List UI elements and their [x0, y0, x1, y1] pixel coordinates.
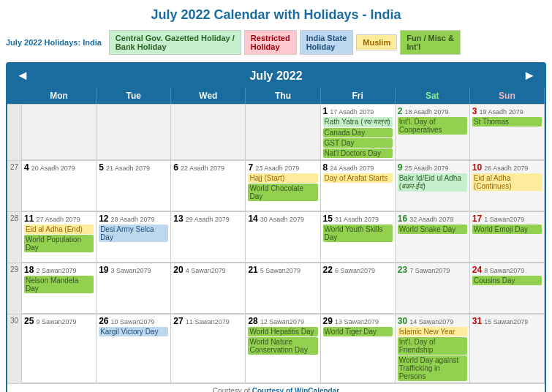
- cell-jul-12: 12 28 Asadh 2079 Desi Army Selca Day: [97, 211, 171, 263]
- legend-bar: July 2022 Holidays: India Central Gov. G…: [0, 27, 552, 58]
- cell-jul-31: 31 15 Sawan2079: [470, 314, 545, 383]
- cell-jul-29: 29 13 Sawan2079 World Tiger Day: [321, 314, 396, 383]
- lunar-16: 32 Asadh 2079: [409, 216, 453, 223]
- header-thu: Thu: [246, 88, 320, 104]
- holiday-islamic-new-year: Islamic New Year: [398, 327, 467, 336]
- header-wed: Wed: [171, 88, 246, 104]
- lunar-8: 24 Asadh 2079: [330, 165, 374, 172]
- day-num-3: 3: [472, 106, 477, 116]
- cell-jul-11: 11 27 Asadh 2079 Eid al Adha (End) World…: [22, 211, 97, 263]
- holiday-world-trafficking: World Day against Trafficking in Persons: [398, 355, 467, 381]
- lunar-3: 19 Asadh 2079: [480, 108, 523, 116]
- day-num-25: 25: [24, 316, 34, 326]
- day-num-8: 8: [323, 162, 328, 173]
- header-sat: Sat: [396, 88, 470, 104]
- holiday-st-thomas: St Thomas: [472, 117, 542, 127]
- day-num-11: 11: [24, 214, 34, 224]
- legend-state: India StateHoliday: [300, 30, 354, 55]
- lunar-13: 29 Asadh 2079: [186, 216, 230, 223]
- day-num-26: 26: [99, 316, 108, 326]
- holiday-world-tiger: World Tiger Day: [323, 327, 393, 336]
- holiday-intl-coop: Int'l. Day of Cooperatives: [398, 117, 467, 135]
- cell-jul-16: 16 32 Asadh 2079 World Snake Day: [396, 211, 470, 263]
- holiday-rath-yatra: Rath Yatra (रथ यात्रा): [323, 117, 393, 127]
- lunar-28: 12 Sawan2079: [260, 318, 304, 325]
- day-num-23: 23: [398, 265, 407, 275]
- lunar-12: 28 Asadh 2079: [111, 216, 155, 223]
- holiday-day-of-arafat: Day of Arafat Starts: [323, 173, 393, 183]
- legend-restricted: RestrictedHoliday: [244, 30, 297, 55]
- lunar-27: 11 Sawan2079: [186, 318, 230, 325]
- day-num-27: 27: [173, 316, 183, 326]
- cell-jul-17: 17 1 Sawan2079 World Emoji Day: [470, 211, 545, 263]
- week-num-27: 27: [7, 160, 22, 211]
- cell-jul-19: 19 3 Sawan2079: [97, 263, 171, 314]
- cell-jul-21: 21 5 Sawan2079: [246, 263, 320, 314]
- holiday-world-choc: World Chocolate Day: [248, 184, 317, 201]
- holiday-hajj-start: Hajj (Start): [248, 173, 317, 183]
- cell-jul-14: 14 30 Asadh 2079: [246, 211, 320, 263]
- cell-jul-4: 4 20 Asadh 2079: [22, 160, 97, 211]
- lunar-24: 8 Sawan2079: [484, 267, 524, 274]
- cell-jul-2: 2 18 Asadh 2079 Int'l. Day of Cooperativ…: [396, 104, 470, 160]
- day-num-10: 10: [472, 162, 482, 173]
- cell-jul-6: 6 22 Asadh 2079: [171, 160, 246, 211]
- cell-jul-15: 15 31 Asadh 2079 World Youth Skills Day: [321, 211, 396, 263]
- day-num-21: 21: [248, 265, 257, 275]
- day-num-29: 29: [323, 316, 333, 326]
- calendar: ◄ July 2022 ► Mon Tue Wed Thu Fri Sat Su…: [6, 62, 546, 392]
- cell-empty-1: [22, 104, 97, 160]
- cal-month-title: July 2022: [249, 69, 302, 83]
- day-num-7: 7: [248, 162, 253, 173]
- cell-jul-30: 30 14 Sawan2079 Islamic New Year Int'l. …: [396, 314, 470, 383]
- lunar-15: 31 Asadh 2079: [335, 216, 379, 223]
- cell-jul-20: 20 4 Sawan2079: [171, 263, 246, 314]
- page-title: July 2022 Calendar with Holidays - India: [0, 0, 552, 27]
- holiday-world-snake: World Snake Day: [398, 225, 467, 234]
- holiday-eid-adha-end: Eid al Adha (End): [24, 225, 94, 234]
- day-num-1: 1: [323, 106, 328, 116]
- footer-brand: Courtesy of WinCalendar: [252, 387, 339, 392]
- cell-empty-4: [246, 104, 320, 160]
- cal-header: ◄ July 2022 ►: [7, 64, 545, 88]
- day-num-2: 2: [398, 106, 403, 116]
- holiday-natl-doctors: Nat'l Doctors Day: [323, 148, 393, 158]
- cell-jul-10: 10 26 Asadh 2079 Eid al Adha (Continues): [470, 160, 545, 211]
- prev-arrow[interactable]: ◄: [16, 68, 29, 83]
- lunar-5: 21 Asadh 2079: [106, 165, 150, 172]
- day-num-22: 22: [323, 265, 333, 275]
- header-fri: Fri: [321, 88, 396, 104]
- lunar-26: 10 Sawan2079: [111, 318, 155, 325]
- cell-jul-27: 27 11 Sawan2079: [171, 314, 246, 383]
- lunar-1: 17 Asadh 2079: [330, 108, 374, 116]
- week-num-26: [7, 104, 22, 160]
- holiday-world-pop: World Population Day: [24, 235, 94, 252]
- lunar-23: 7 Sawan2079: [409, 267, 450, 274]
- day-num-12: 12: [99, 214, 108, 224]
- cell-jul-28: 28 12 Sawan2079 World Hepatitis Day Worl…: [246, 314, 320, 383]
- footer: Courtesy of Courtesy of WinCalendar: [7, 383, 545, 392]
- holiday-world-nature: World Nature Conservation Day: [248, 337, 317, 355]
- cell-jul-25: 25 9 Sawan2079: [22, 314, 97, 383]
- lunar-2: 18 Asadh 2079: [404, 108, 448, 116]
- holiday-intl-friendship: Int'l. Day of Friendship: [398, 337, 467, 355]
- holiday-desi-army: Desi Army Selca Day: [99, 225, 168, 242]
- legend-muslim: Muslim: [356, 34, 397, 50]
- day-num-20: 20: [173, 265, 183, 275]
- cell-jul-5: 5 21 Asadh 2079: [97, 160, 171, 211]
- day-num-31: 31: [472, 316, 482, 326]
- day-num-17: 17: [472, 214, 482, 224]
- cell-empty-2: [97, 104, 171, 160]
- week-num-30: 30: [7, 314, 22, 383]
- lunar-18: 2 Sawan2079: [36, 267, 76, 274]
- holiday-cousins-day: Cousins Day: [472, 276, 542, 285]
- next-arrow[interactable]: ►: [523, 68, 536, 83]
- lunar-10: 26 Asadh 2079: [484, 165, 528, 172]
- cell-jul-26: 26 10 Sawan2079 Kargil Victory Day: [97, 314, 171, 383]
- day-num-15: 15: [323, 214, 333, 224]
- cell-empty-3: [171, 104, 246, 160]
- holiday-nelson-mandela: Nelson Mandela Day: [24, 276, 94, 293]
- legend-gazetted: Central Gov. Gazetted Holiday /Bank Holi…: [109, 30, 241, 55]
- lunar-22: 6 Sawan2079: [335, 267, 375, 274]
- holiday-gst-day: GST Day: [323, 138, 393, 148]
